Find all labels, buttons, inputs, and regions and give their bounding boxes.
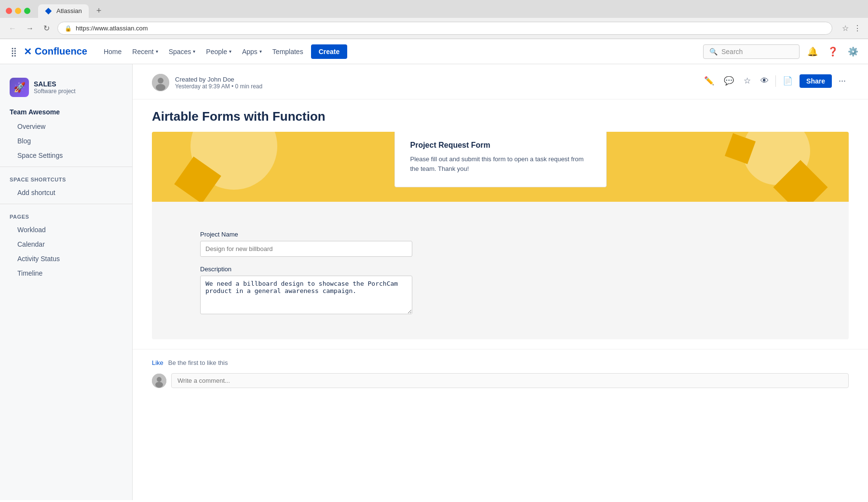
- chevron-down-icon: ▾: [193, 49, 195, 54]
- pages-section-label: PAGES: [0, 208, 132, 223]
- comment-avatar: [152, 374, 166, 388]
- comment-input[interactable]: [171, 373, 849, 388]
- chevron-down-icon: ▾: [229, 49, 231, 54]
- svg-point-5: [155, 382, 163, 388]
- nav-home[interactable]: Home: [99, 45, 126, 58]
- sidebar-item-calendar[interactable]: Calendar: [0, 237, 132, 251]
- more-actions-button[interactable]: ···: [836, 74, 849, 88]
- sidebar-item-add-shortcut[interactable]: Add shortcut: [0, 185, 132, 200]
- nav-recent[interactable]: Recent ▾: [127, 45, 163, 58]
- content-footer: Like Be the first to like this: [133, 349, 868, 398]
- bookmark-button[interactable]: ☆: [842, 24, 849, 33]
- edit-button[interactable]: ✏️: [701, 74, 717, 88]
- sidebar-item-team-awesome[interactable]: Team Awesome: [0, 105, 132, 119]
- traffic-light-yellow[interactable]: [15, 8, 21, 14]
- project-name-input[interactable]: [200, 241, 412, 257]
- nav-right: 🔍 Search 🔔 ❓ ⚙️: [703, 44, 860, 59]
- content-actions: ✏️ 💬 ☆ 👁 📄 Share ···: [701, 74, 849, 88]
- confluence-logo[interactable]: ✕ Confluence: [24, 46, 87, 57]
- traffic-light-red[interactable]: [6, 8, 12, 14]
- sidebar-item-timeline[interactable]: Timeline: [0, 266, 132, 280]
- svg-point-2: [156, 84, 165, 91]
- nav-apps[interactable]: Apps ▾: [237, 45, 267, 58]
- author-info: Created by John Doe Yesterday at 9:39 AM…: [152, 74, 262, 91]
- like-button[interactable]: Like: [152, 359, 163, 366]
- space-type: Software project: [34, 88, 76, 95]
- address-bar[interactable]: 🔒 https://www.atlassian.com: [57, 22, 832, 35]
- main-layout: 🚀 SALES Software project Team Awesome Ov…: [0, 64, 868, 500]
- sidebar-divider-1: [0, 167, 132, 167]
- create-button[interactable]: Create: [311, 44, 348, 59]
- settings-button[interactable]: ⚙️: [846, 44, 860, 59]
- shortcuts-section-label: SPACE SHORTCUTS: [0, 171, 132, 185]
- svg-point-1: [158, 78, 163, 84]
- forward-button[interactable]: →: [24, 22, 36, 35]
- app-nav: ⣿ ✕ Confluence Home Recent ▾ Spaces ▾ Pe…: [0, 39, 868, 64]
- comment-button[interactable]: 💬: [721, 74, 737, 88]
- watch-button[interactable]: 👁: [758, 74, 772, 88]
- form-card-title: Project Request Form: [410, 141, 591, 150]
- project-name-label: Project Name: [200, 231, 800, 238]
- help-button[interactable]: ❓: [826, 44, 840, 59]
- space-info: SALES Software project: [34, 80, 76, 95]
- browser-tab[interactable]: Atlassian: [38, 4, 89, 18]
- traffic-light-green[interactable]: [24, 8, 30, 14]
- sidebar-item-overview[interactable]: Overview: [0, 119, 132, 134]
- search-icon: 🔍: [709, 48, 718, 56]
- notifications-button[interactable]: 🔔: [805, 44, 820, 59]
- new-tab-button[interactable]: +: [93, 4, 106, 18]
- comment-row: [152, 373, 849, 388]
- action-divider: [775, 75, 776, 87]
- project-name-field: Project Name: [200, 231, 800, 257]
- sidebar-item-blog[interactable]: Blog: [0, 134, 132, 148]
- form-banner: Project Request Form Please fill out and…: [152, 132, 849, 202]
- nav-people[interactable]: People ▾: [201, 45, 236, 58]
- url-text: https://www.atlassian.com: [76, 25, 825, 32]
- atlassian-icon: [45, 7, 53, 15]
- logo-text: Confluence: [35, 46, 87, 57]
- star-button[interactable]: ☆: [741, 74, 754, 88]
- search-box[interactable]: 🔍 Search: [703, 44, 800, 59]
- sidebar-item-workload[interactable]: Workload: [0, 223, 132, 237]
- share-button[interactable]: Share: [800, 74, 832, 88]
- back-button[interactable]: ←: [7, 22, 18, 35]
- like-description: Be the first to like this: [168, 359, 228, 366]
- search-placeholder: Search: [721, 48, 743, 56]
- more-button[interactable]: ⋮: [854, 24, 861, 33]
- space-name: SALES: [34, 80, 76, 88]
- author-details: Created by John Doe Yesterday at 9:39 AM…: [175, 76, 262, 90]
- author-meta: Yesterday at 9:39 AM • 0 min read: [175, 83, 262, 90]
- avatar: [152, 74, 169, 91]
- nav-templates[interactable]: Templates: [268, 45, 308, 58]
- chevron-down-icon: ▾: [156, 49, 158, 54]
- lock-icon: 🔒: [65, 25, 72, 32]
- svg-point-4: [157, 377, 162, 382]
- space-icon: 🚀: [10, 78, 29, 97]
- nav-spaces[interactable]: Spaces ▾: [164, 45, 201, 58]
- author-name: Created by John Doe: [175, 76, 262, 83]
- content-header: Created by John Doe Yesterday at 9:39 AM…: [133, 64, 868, 99]
- sidebar-divider-2: [0, 204, 132, 204]
- page-title: Airtable Forms with Function: [133, 99, 868, 132]
- sidebar-item-activity[interactable]: Activity Status: [0, 251, 132, 266]
- sidebar-space-header: 🚀 SALES Software project: [0, 74, 132, 105]
- nav-items: Home Recent ▾ Spaces ▾ People ▾ Apps ▾ T…: [99, 44, 693, 59]
- tab-title: Atlassian: [56, 7, 82, 14]
- sidebar: 🚀 SALES Software project Team Awesome Ov…: [0, 64, 133, 500]
- content-area: Created by John Doe Yesterday at 9:39 AM…: [133, 64, 868, 500]
- form-body: Project Name Description We need a billb…: [152, 202, 849, 339]
- form-embed: Project Request Form Please fill out and…: [152, 132, 849, 339]
- reload-button[interactable]: ↻: [41, 22, 52, 35]
- chevron-down-icon: ▾: [259, 49, 262, 54]
- logo-x-icon: ✕: [24, 46, 32, 57]
- grid-menu-button[interactable]: ⣿: [8, 43, 20, 60]
- form-card-desc: Please fill out and submit this form to …: [410, 154, 591, 173]
- description-field: Description We need a billboard design t…: [200, 265, 800, 316]
- page-tree-button[interactable]: 📄: [780, 74, 796, 88]
- description-input[interactable]: We need a billboard design to showcase t…: [200, 276, 412, 314]
- form-card: Project Request Form Please fill out and…: [394, 132, 607, 187]
- like-row: Like Be the first to like this: [152, 359, 849, 366]
- sidebar-item-space-settings[interactable]: Space Settings: [0, 148, 132, 163]
- description-label: Description: [200, 265, 800, 273]
